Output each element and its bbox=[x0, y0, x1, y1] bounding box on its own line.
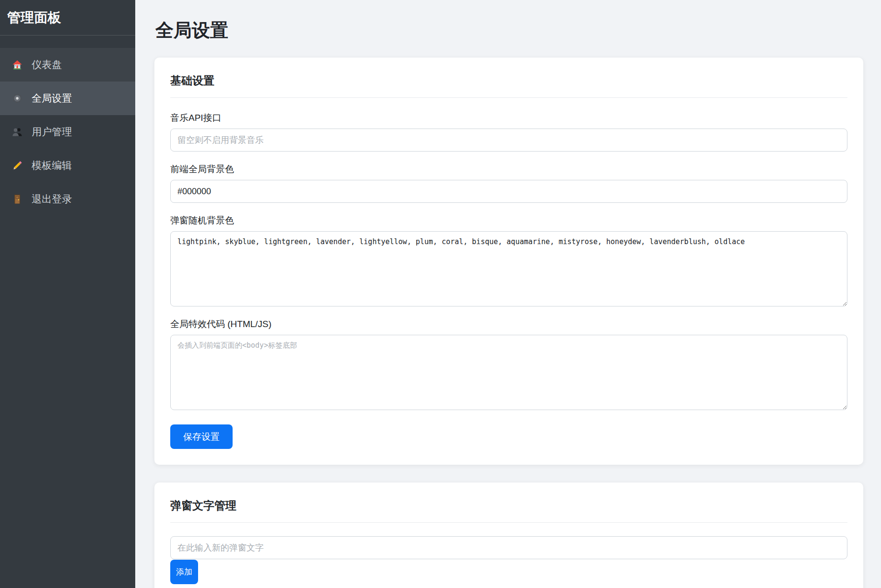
bg-color-label: 前端全局背景色 bbox=[170, 164, 847, 175]
sidebar-item-label: 仪表盘 bbox=[32, 58, 62, 71]
sidebar-item-label: 退出登录 bbox=[32, 192, 72, 206]
bg-color-group: 前端全局背景色 bbox=[170, 164, 847, 203]
page-title: 全局设置 bbox=[155, 18, 863, 42]
sidebar-item-global-settings[interactable]: 全局设置 bbox=[0, 82, 135, 115]
music-api-group: 音乐API接口 bbox=[170, 113, 847, 152]
sidebar-item-label: 全局设置 bbox=[32, 92, 72, 105]
sidebar-item-label: 用户管理 bbox=[32, 125, 72, 139]
app-title: 管理面板 bbox=[0, 0, 135, 35]
bg-color-input[interactable] bbox=[170, 180, 847, 203]
basic-settings-heading: 基础设置 bbox=[170, 73, 847, 88]
save-settings-button[interactable]: 保存设置 bbox=[170, 424, 233, 449]
popup-text-heading: 弹窗文字管理 bbox=[170, 498, 847, 513]
heading-divider bbox=[170, 522, 847, 523]
home-icon bbox=[12, 59, 23, 70]
sidebar-item-user-management[interactable]: 用户管理 bbox=[0, 115, 135, 149]
door-icon bbox=[12, 194, 23, 204]
gear-icon bbox=[12, 93, 23, 104]
users-icon bbox=[12, 127, 23, 137]
main-content: 全局设置 基础设置 音乐API接口 前端全局背景色 弹窗随机背景色 lightp… bbox=[135, 0, 881, 588]
new-popup-text-input[interactable] bbox=[170, 536, 847, 559]
sidebar-item-label: 模板编辑 bbox=[32, 159, 72, 172]
sidebar: 管理面板 仪表盘 bbox=[0, 0, 135, 588]
effects-code-label: 全局特效代码 (HTML/JS) bbox=[170, 319, 847, 329]
popup-colors-textarea[interactable]: lightpink, skyblue, lightgreen, lavender… bbox=[170, 231, 847, 306]
music-api-input[interactable] bbox=[170, 129, 847, 152]
sidebar-item-template-edit[interactable]: 模板编辑 bbox=[0, 149, 135, 182]
heading-divider bbox=[170, 97, 847, 98]
sidebar-item-logout[interactable]: 退出登录 bbox=[0, 182, 135, 216]
effects-code-group: 全局特效代码 (HTML/JS) bbox=[170, 319, 847, 410]
effects-code-textarea[interactable] bbox=[170, 335, 847, 410]
popup-colors-group: 弹窗随机背景色 lightpink, skyblue, lightgreen, … bbox=[170, 215, 847, 306]
add-popup-text-button[interactable]: 添加 bbox=[170, 560, 198, 584]
pencil-icon bbox=[12, 160, 23, 171]
music-api-label: 音乐API接口 bbox=[170, 113, 847, 123]
popup-colors-label: 弹窗随机背景色 bbox=[170, 215, 847, 226]
basic-settings-card: 基础设置 音乐API接口 前端全局背景色 弹窗随机背景色 lightpink, … bbox=[154, 58, 863, 465]
popup-text-card: 弹窗文字管理 添加 bbox=[154, 482, 863, 588]
sidebar-divider bbox=[0, 35, 135, 35]
sidebar-item-dashboard[interactable]: 仪表盘 bbox=[0, 48, 135, 82]
sidebar-menu: 仪表盘 全局设置 用户管理 bbox=[0, 48, 135, 216]
